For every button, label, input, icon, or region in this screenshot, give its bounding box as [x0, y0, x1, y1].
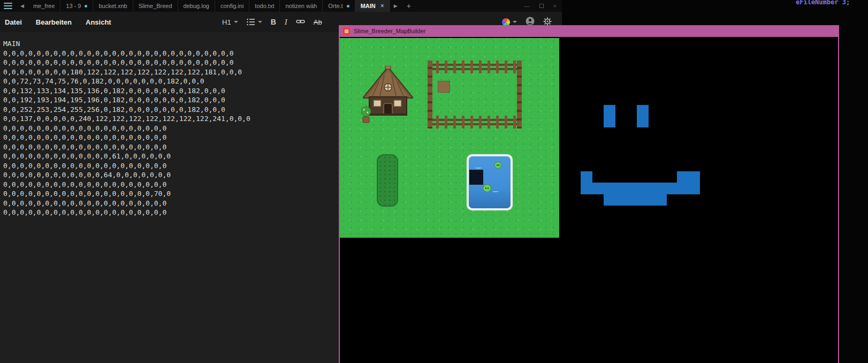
new-tab-button[interactable]: +: [401, 2, 416, 10]
desktop: eFileNumber`3; ◀ me_free 13 - 9 bucket.x…: [0, 0, 868, 363]
background-code-fragment: eFileNumber`3;: [796, 0, 850, 6]
tab-slime-breed[interactable]: Slime_Breed: [133, 0, 178, 12]
list-dropdown[interactable]: [247, 18, 262, 26]
menu-ansicht[interactable]: Ansicht: [79, 18, 118, 26]
potted-plant-sprite: [361, 105, 371, 124]
tab-bucket-xnb[interactable]: bucket.xnb: [93, 0, 133, 12]
smiley-mouth-block: [581, 183, 689, 194]
chevron-down-icon: [513, 21, 517, 23]
maximize-icon[interactable]: [539, 4, 544, 8]
tab-forward-icon[interactable]: ▶: [390, 3, 401, 9]
tab-main-active[interactable]: MAIN ×: [355, 0, 390, 12]
tab-debug-log[interactable]: debug.log: [178, 0, 215, 12]
ripple: [492, 190, 499, 192]
fence-top: [428, 61, 522, 73]
chevron-down-icon: [234, 21, 238, 23]
user-avatar-icon: [526, 17, 535, 26]
slime-sprite: [483, 184, 491, 192]
italic-button[interactable]: I: [285, 18, 287, 27]
strikethrough-button[interactable]: Ab: [314, 18, 322, 26]
map-canvas[interactable]: [340, 38, 559, 238]
link-icon: [296, 18, 305, 25]
unsaved-dot: [347, 5, 349, 7]
tab-todo-txt[interactable]: todo.txt: [249, 0, 280, 12]
map-builder-title-bar[interactable]: Slime_Breeder_MapBuilder: [340, 25, 838, 37]
list-icon: [247, 18, 255, 26]
map-builder-viewport[interactable]: [340, 37, 838, 363]
map-builder-title: Slime_Breeder_MapBuilder: [354, 28, 426, 34]
heading-dropdown[interactable]: H1: [222, 18, 238, 26]
tab-13-9[interactable]: 13 - 9: [60, 0, 93, 12]
smiley-left-eye: [604, 105, 615, 127]
smiley-right-eye: [637, 105, 649, 127]
link-button[interactable]: [296, 18, 305, 27]
fence-right: [517, 61, 522, 128]
hedge-sprite: [377, 154, 398, 207]
chevron-down-icon: [258, 21, 262, 23]
tab-bar: ◀ me_free 13 - 9 bucket.xnb Slime_Breed …: [0, 0, 562, 12]
fence-left: [428, 61, 432, 128]
unsaved-dot: [85, 5, 87, 7]
bold-button[interactable]: B: [271, 18, 276, 26]
ripple: [475, 166, 482, 169]
dirt-tile-sprite: [438, 81, 450, 93]
tab-me-free[interactable]: me_free: [28, 0, 60, 12]
minimize-icon[interactable]: —: [524, 3, 530, 9]
pond-dark-tile: [469, 170, 483, 185]
menu-datei[interactable]: Datei: [0, 18, 29, 26]
smiley-mouth-block: [604, 194, 667, 206]
window-controls: — ×: [524, 3, 557, 9]
fence-bottom: [428, 116, 522, 128]
smiley-mouth-block: [688, 171, 700, 194]
tab-back-icon[interactable]: ◀: [17, 3, 28, 9]
map-builder-app-icon: [343, 28, 350, 35]
close-icon[interactable]: ×: [553, 3, 557, 9]
format-toolbar: H1 B I: [222, 12, 322, 32]
app-menu-icon[interactable]: [4, 3, 12, 9]
gear-icon: [543, 17, 552, 26]
map-builder-window: Slime_Breeder_MapBuilder: [339, 25, 839, 363]
tab-close-icon[interactable]: ×: [380, 2, 384, 10]
tab-orte[interactable]: Orte.t: [323, 0, 355, 12]
slime-sprite: [494, 162, 501, 169]
tab-config-ini[interactable]: config.ini: [215, 0, 249, 12]
tab-notizen[interactable]: notizen wäh: [280, 0, 323, 12]
pond-sprite: [467, 154, 513, 210]
menu-bearbeiten[interactable]: Bearbeiten: [29, 18, 79, 26]
